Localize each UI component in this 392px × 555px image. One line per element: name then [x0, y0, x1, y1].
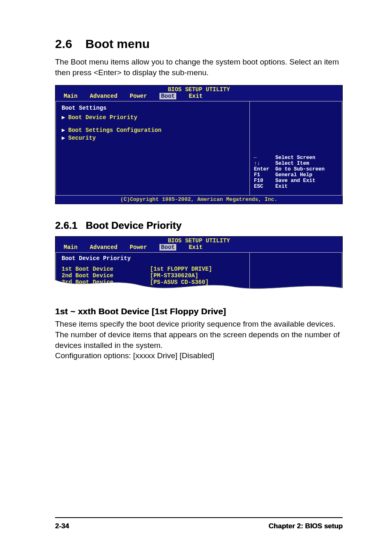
- torn-edge-icon: [55, 280, 343, 293]
- bios-tabs: Main Advanced Power Boot Exit: [55, 93, 342, 101]
- subsection-title: 2.6.1Boot Device Priority: [55, 220, 343, 231]
- bios-tab-advanced[interactable]: Advanced: [90, 93, 118, 99]
- bios-field-value[interactable]: [PM-ST330620A]: [150, 272, 198, 279]
- legend-desc: Exit: [275, 184, 288, 189]
- bios-tab-boot[interactable]: Boot: [159, 93, 177, 99]
- bios-copyright: (C)Copyright 1985-2002, American Megatre…: [55, 196, 342, 204]
- bios-tab-power[interactable]: Power: [130, 93, 147, 99]
- bios-tabs: Main Advanced Power Boot Exit: [55, 244, 342, 252]
- page-number: 2-34: [55, 522, 69, 530]
- arrow-right-icon: ▶: [62, 127, 68, 134]
- legend-key: Enter: [254, 166, 272, 172]
- section-heading: Boot menu: [85, 37, 150, 51]
- legend-key: F1: [254, 172, 272, 178]
- bios-menu-item[interactable]: Boot Device Priority: [68, 114, 244, 121]
- bios-tab-exit[interactable]: Exit: [189, 93, 203, 99]
- item-body: These items specify the boot device prio…: [55, 319, 343, 350]
- legend-key: F10: [254, 178, 272, 184]
- bios-tab-main[interactable]: Main: [64, 93, 78, 99]
- bios-menu-item[interactable]: Boot Settings Configuration: [68, 127, 244, 134]
- legend-desc: Select Screen: [275, 155, 316, 161]
- bios-panel-heading: Boot Device Priority: [62, 255, 244, 262]
- legend-desc: Select Item: [275, 161, 309, 166]
- bios-title: BIOS SETUP UTILITY: [55, 237, 342, 244]
- legend-desc: Save and Exit: [275, 178, 316, 184]
- bios-screenshot-boot-settings: BIOS SETUP UTILITY Main Advanced Power B…: [55, 85, 343, 204]
- footer-chapter: Chapter 2: BIOS setup: [269, 522, 343, 530]
- bios-tab-power[interactable]: Power: [130, 244, 147, 251]
- bios-tab-advanced[interactable]: Advanced: [90, 244, 118, 251]
- bios-field-value[interactable]: [1st FLOPPY DRIVE]: [150, 266, 212, 272]
- section-number: 2.6: [55, 37, 72, 51]
- arrow-right-icon: ▶: [62, 134, 68, 141]
- page-footer: 2-34 Chapter 2: BIOS setup: [0, 517, 392, 530]
- legend-desc: Go to Sub-screen: [275, 166, 325, 172]
- legend-key: ESC: [254, 184, 272, 189]
- legend-desc: General Help: [275, 172, 312, 178]
- bios-tab-boot[interactable]: Boot: [159, 244, 177, 251]
- arrow-right-icon: ▶: [62, 114, 68, 121]
- bios-field-label[interactable]: 1st Boot Device: [62, 266, 150, 272]
- bios-field-label[interactable]: 2nd Boot Device: [62, 272, 150, 279]
- bios-panel-heading: Boot Settings: [62, 105, 244, 111]
- arrows-updown-icon: ↑↓: [254, 161, 272, 166]
- section-intro: The Boot menu items allow you to change …: [55, 57, 343, 78]
- subsection-number: 2.6.1: [55, 220, 77, 231]
- item-title: 1st ~ xxth Boot Device [1st Floppy Drive…: [55, 306, 343, 316]
- item-config: Configuration options: [xxxxx Drive] [Di…: [55, 350, 343, 361]
- bios-tab-main[interactable]: Main: [64, 244, 78, 251]
- subsection-heading: Boot Device Priority: [85, 220, 181, 231]
- bios-menu-item[interactable]: Security: [68, 135, 244, 141]
- arrow-left-icon: ←: [254, 155, 272, 161]
- bios-tab-exit[interactable]: Exit: [189, 244, 203, 251]
- bios-title: BIOS SETUP UTILITY: [55, 85, 342, 93]
- section-title: 2.6Boot menu: [55, 37, 343, 51]
